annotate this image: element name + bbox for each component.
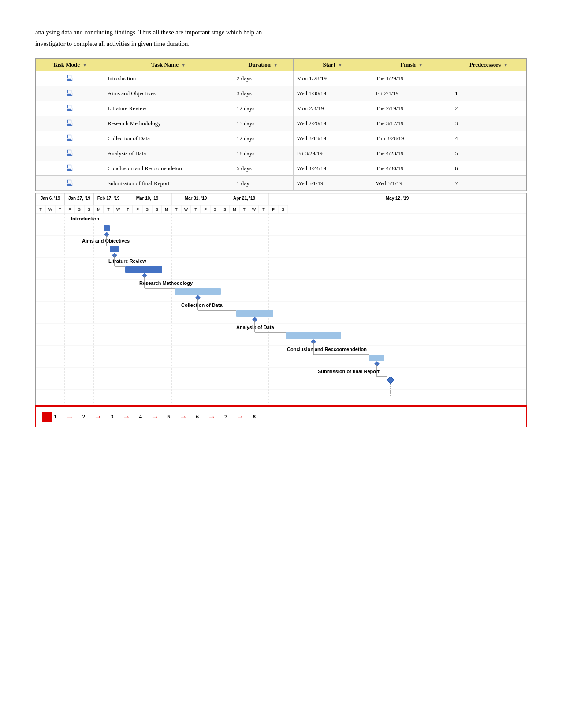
svg-text:T: T xyxy=(243,207,246,212)
svg-text:S: S xyxy=(156,207,158,212)
timeline-arrow-4: → xyxy=(151,412,159,422)
task-start-cell: Wed 5/1/19 xyxy=(293,176,372,191)
task-start-cell: Wed 2/20/19 xyxy=(293,116,372,131)
table-row: 🖶 Research Methodology 15 days Wed 2/20/… xyxy=(36,116,526,131)
header-finish[interactable]: Finish ▼ xyxy=(372,59,451,71)
svg-text:S: S xyxy=(214,207,216,212)
svg-text:T: T xyxy=(39,207,42,212)
timeline-arrow-2: → xyxy=(94,412,102,422)
header-name[interactable]: Task Name ▼ xyxy=(104,59,233,71)
task-duration-cell: 15 days xyxy=(233,116,293,131)
task-duration-cell: 1 day xyxy=(233,176,293,191)
svg-text:M: M xyxy=(97,207,100,212)
svg-text:Apr 21, '19: Apr 21, '19 xyxy=(233,196,256,201)
table-row: 🖶 Litrature Review 12 days Mon 2/4/19 Tu… xyxy=(36,101,526,116)
gantt-table: Task Mode ▼ Task Name ▼ Duration ▼ Start… xyxy=(36,59,526,191)
task-pred-cell xyxy=(451,71,526,86)
svg-rect-107 xyxy=(286,332,341,339)
svg-text:Analysis of Data: Analysis of Data xyxy=(236,325,274,330)
timeline-item-4: 4 xyxy=(139,413,142,420)
task-mode-icon: 🖶 xyxy=(66,134,74,142)
timeline-item-6: 6 xyxy=(196,413,199,420)
svg-text:S: S xyxy=(223,207,226,212)
task-finish-cell: Wed 5/1/19 xyxy=(372,176,451,191)
task-pred-cell: 2 xyxy=(451,101,526,116)
task-mode-icon: 🖶 xyxy=(66,89,74,97)
header-start[interactable]: Start ▼ xyxy=(293,59,372,71)
task-name-cell: Analysis of Data xyxy=(104,146,233,161)
task-mode-cell: 🖶 xyxy=(36,161,104,176)
task-duration-cell: 18 days xyxy=(233,146,293,161)
task-pred-cell: 4 xyxy=(451,131,526,146)
header-predecessors[interactable]: Predecessors ▼ xyxy=(451,59,526,71)
svg-text:T: T xyxy=(194,207,197,212)
task-mode-cell: 🖶 xyxy=(36,71,104,86)
svg-text:Submission of final Report: Submission of final Report xyxy=(318,369,380,374)
timeline-arrow-3: → xyxy=(123,412,130,422)
table-row: 🖶 Introduction 2 days Mon 1/28/19 Tue 1/… xyxy=(36,71,526,86)
svg-rect-112 xyxy=(369,355,384,361)
timeline-item-1: 1 xyxy=(42,412,57,422)
timeline-item-2: 2 xyxy=(82,413,86,420)
svg-text:Litrature Review: Litrature Review xyxy=(108,258,146,264)
svg-rect-92 xyxy=(125,266,162,273)
svg-rect-102 xyxy=(236,310,273,317)
intro-paragraph: analysing data and concluding findings. … xyxy=(35,26,527,49)
task-finish-cell: Tue 4/30/19 xyxy=(372,161,451,176)
table-row: 🖶 Collection of Data 12 days Wed 3/13/19… xyxy=(36,131,526,146)
task-name-cell: Litrature Review xyxy=(104,101,233,116)
task-mode-icon: 🖶 xyxy=(66,149,74,157)
task-finish-cell: Tue 2/19/19 xyxy=(372,101,451,116)
svg-text:T: T xyxy=(59,207,61,212)
task-pred-cell: 3 xyxy=(451,116,526,131)
task-mode-cell: 🖶 xyxy=(36,86,104,101)
task-duration-cell: 5 days xyxy=(233,161,293,176)
task-duration-cell: 3 days xyxy=(233,86,293,101)
timeline-item-7: 7 xyxy=(224,413,227,420)
gantt-chart: Jan 6, '19 Jan 27, '19 Feb 17, '19 Mar 1… xyxy=(35,193,527,405)
task-start-cell: Mon 1/28/19 xyxy=(293,71,372,86)
header-duration[interactable]: Duration ▼ xyxy=(233,59,293,71)
table-row: 🖶 Aims and Objectives 3 days Wed 1/30/19… xyxy=(36,86,526,101)
gantt-table-wrapper: Task Mode ▼ Task Name ▼ Duration ▼ Start… xyxy=(35,58,527,191)
task-mode-cell: 🖶 xyxy=(36,116,104,131)
svg-text:May 12, '19: May 12, '19 xyxy=(386,196,409,201)
svg-text:Collection of Data: Collection of Data xyxy=(181,302,223,308)
task-name-cell: Introduction xyxy=(104,71,233,86)
svg-text:W: W xyxy=(184,207,188,212)
task-name-cell: Submission of final Report xyxy=(104,176,233,191)
task-start-cell: Fri 3/29/19 xyxy=(293,146,372,161)
task-pred-cell: 1 xyxy=(451,86,526,101)
task-mode-icon: 🖶 xyxy=(66,104,74,112)
task-name-cell: Aims and Objectives xyxy=(104,86,233,101)
svg-rect-84 xyxy=(104,225,110,231)
timeline-item-5: 5 xyxy=(167,413,171,420)
timeline-arrow-6: → xyxy=(208,412,216,422)
task-duration-cell: 12 days xyxy=(233,101,293,116)
timeline-footer: 1 → 2 → 3 → 4 → 5 → 6 → 7 → 8 xyxy=(35,405,527,427)
gantt-svg: Jan 6, '19 Jan 27, '19 Feb 17, '19 Mar 1… xyxy=(36,193,527,405)
task-mode-cell: 🖶 xyxy=(36,176,104,191)
timeline-arrow-7: → xyxy=(236,412,244,422)
task-mode-icon: 🖶 xyxy=(66,164,74,172)
svg-text:Jan 6, '19: Jan 6, '19 xyxy=(41,196,60,201)
task-duration-cell: 12 days xyxy=(233,131,293,146)
task-finish-cell: Tue 4/23/19 xyxy=(372,146,451,161)
task-start-cell: Mon 2/4/19 xyxy=(293,101,372,116)
svg-text:Introduction: Introduction xyxy=(71,216,99,221)
table-row: 🖶 Submission of final Report 1 day Wed 5… xyxy=(36,176,526,191)
svg-text:W: W xyxy=(48,207,52,212)
timeline-arrow-1: → xyxy=(66,412,74,422)
header-mode[interactable]: Task Mode ▼ xyxy=(36,59,104,71)
task-start-cell: Wed 3/13/19 xyxy=(293,131,372,146)
svg-text:T: T xyxy=(107,207,110,212)
svg-text:W: W xyxy=(116,207,120,212)
task-name-cell: Collection of Data xyxy=(104,131,233,146)
svg-text:F: F xyxy=(204,207,207,212)
svg-text:Feb 17, '19: Feb 17, '19 xyxy=(97,196,120,201)
svg-text:Jan 27, '19: Jan 27, '19 xyxy=(68,196,91,201)
timeline-item-8: 8 xyxy=(253,413,256,420)
table-row: 🖶 Analysis of Data 18 days Fri 3/29/19 T… xyxy=(36,146,526,161)
svg-text:M: M xyxy=(165,207,168,212)
task-finish-cell: Tue 3/12/19 xyxy=(372,116,451,131)
